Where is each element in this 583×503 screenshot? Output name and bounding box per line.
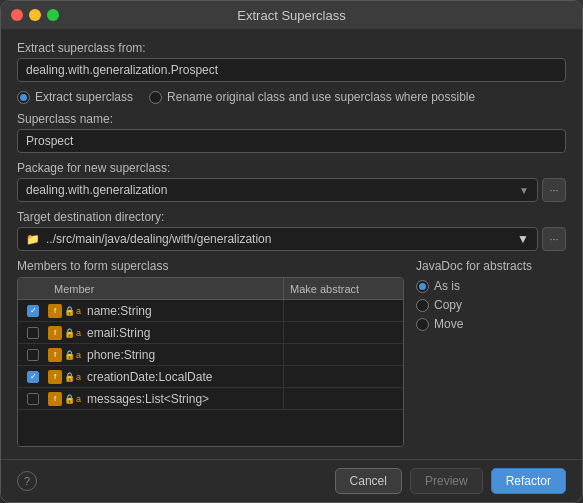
maximize-button[interactable] bbox=[47, 9, 59, 21]
dir-value: ../src/main/java/dealing/with/generaliza… bbox=[46, 232, 271, 246]
javadoc-copy-circle bbox=[416, 299, 429, 312]
extract-from-label: Extract superclass from: bbox=[17, 41, 566, 55]
access-icon: a bbox=[76, 372, 81, 382]
javadoc-asis[interactable]: As is bbox=[416, 279, 566, 293]
field-icon: f bbox=[48, 392, 62, 406]
access-icon: a bbox=[76, 350, 81, 360]
row1-icons: f 🔒 a bbox=[48, 304, 81, 318]
dialog-content: Extract superclass from: Extract supercl… bbox=[1, 29, 582, 459]
package-label: Package for new superclass: bbox=[17, 161, 566, 175]
field-icon: f bbox=[48, 326, 62, 340]
minimize-button[interactable] bbox=[29, 9, 41, 21]
radio-extract-circle bbox=[17, 91, 30, 104]
footer-left: ? bbox=[17, 471, 37, 491]
javadoc-title: JavaDoc for abstracts bbox=[416, 259, 566, 273]
table-header: Member Make abstract bbox=[18, 278, 403, 300]
javadoc-move[interactable]: Move bbox=[416, 317, 566, 331]
dialog-footer: ? Cancel Preview Refactor bbox=[1, 459, 582, 502]
members-label: Members to form superclass bbox=[17, 259, 404, 273]
radio-rename[interactable]: Rename original class and use superclass… bbox=[149, 90, 475, 104]
javadoc-copy[interactable]: Copy bbox=[416, 298, 566, 312]
table-row: f 🔒 a name:String bbox=[18, 300, 403, 322]
member-name: name:String bbox=[85, 304, 283, 318]
extract-from-section: Extract superclass from: bbox=[17, 41, 566, 82]
package-row: dealing.with.generalization ▼ ··· bbox=[17, 178, 566, 202]
close-button[interactable] bbox=[11, 9, 23, 21]
row2-check[interactable] bbox=[18, 327, 48, 339]
field-icon: f bbox=[48, 370, 62, 384]
row1-abstract[interactable] bbox=[283, 300, 403, 321]
folder-icon: 📁 bbox=[26, 233, 40, 246]
lock-icon: 🔒 bbox=[64, 306, 74, 316]
row3-check[interactable] bbox=[18, 349, 48, 361]
member-name: messages:List<String> bbox=[85, 392, 283, 406]
member-name: creationDate:LocalDate bbox=[85, 370, 283, 384]
package-browse-button[interactable]: ··· bbox=[542, 178, 566, 202]
dialog-title: Extract Superclass bbox=[237, 8, 345, 23]
cancel-button[interactable]: Cancel bbox=[335, 468, 402, 494]
superclass-name-label: Superclass name: bbox=[17, 112, 566, 126]
row2-checkbox[interactable] bbox=[27, 327, 39, 339]
row4-checkbox[interactable] bbox=[27, 371, 39, 383]
table-row: f 🔒 a email:String bbox=[18, 322, 403, 344]
member-name: phone:String bbox=[85, 348, 283, 362]
access-icon: a bbox=[76, 306, 81, 316]
row1-checkbox[interactable] bbox=[27, 305, 39, 317]
member-col-header: Member bbox=[48, 278, 283, 299]
javadoc-move-label: Move bbox=[434, 317, 463, 331]
abstract-col-header: Make abstract bbox=[283, 278, 403, 299]
extract-from-input[interactable] bbox=[17, 58, 566, 82]
dir-select[interactable]: 📁 ../src/main/java/dealing/with/generali… bbox=[17, 227, 538, 251]
row1-check[interactable] bbox=[18, 305, 48, 317]
javadoc-panel: JavaDoc for abstracts As is Copy Move bbox=[416, 259, 566, 447]
check-col-header bbox=[18, 278, 48, 299]
row5-icons: f 🔒 a bbox=[48, 392, 81, 406]
row3-icons: f 🔒 a bbox=[48, 348, 81, 362]
dir-browse-button[interactable]: ··· bbox=[542, 227, 566, 251]
javadoc-asis-circle bbox=[416, 280, 429, 293]
members-body: f 🔒 a name:String bbox=[18, 300, 403, 446]
lock-icon: 🔒 bbox=[64, 394, 74, 404]
refactor-button[interactable]: Refactor bbox=[491, 468, 566, 494]
row5-checkbox[interactable] bbox=[27, 393, 39, 405]
lock-icon: 🔒 bbox=[64, 372, 74, 382]
row2-icons: f 🔒 a bbox=[48, 326, 81, 340]
row4-check[interactable] bbox=[18, 371, 48, 383]
row5-check[interactable] bbox=[18, 393, 48, 405]
field-icon: f bbox=[48, 304, 62, 318]
javadoc-options: As is Copy Move bbox=[416, 279, 566, 331]
radio-extract[interactable]: Extract superclass bbox=[17, 90, 133, 104]
window-controls bbox=[11, 9, 59, 21]
package-value: dealing.with.generalization bbox=[26, 183, 167, 197]
footer-right: Cancel Preview Refactor bbox=[335, 468, 566, 494]
row2-abstract[interactable] bbox=[283, 322, 403, 343]
package-select[interactable]: dealing.with.generalization ▼ bbox=[17, 178, 538, 202]
extract-superclass-dialog: Extract Superclass Extract superclass fr… bbox=[0, 0, 583, 503]
field-icon: f bbox=[48, 348, 62, 362]
help-button[interactable]: ? bbox=[17, 471, 37, 491]
row4-icons: f 🔒 a bbox=[48, 370, 81, 384]
access-icon: a bbox=[76, 328, 81, 338]
row5-abstract[interactable] bbox=[283, 388, 403, 409]
row4-abstract[interactable] bbox=[283, 366, 403, 387]
table-row: f 🔒 a creationDate:LocalDate bbox=[18, 366, 403, 388]
package-section: Package for new superclass: dealing.with… bbox=[17, 161, 566, 202]
table-row: f 🔒 a messages:List<String> bbox=[18, 388, 403, 410]
row3-checkbox[interactable] bbox=[27, 349, 39, 361]
dir-row: 📁 ../src/main/java/dealing/with/generali… bbox=[17, 227, 566, 251]
radio-extract-label: Extract superclass bbox=[35, 90, 133, 104]
superclass-name-input[interactable] bbox=[17, 129, 566, 153]
javadoc-move-circle bbox=[416, 318, 429, 331]
target-dir-section: Target destination directory: 📁 ../src/m… bbox=[17, 210, 566, 251]
member-name: email:String bbox=[85, 326, 283, 340]
members-section: Members to form superclass Member Make a… bbox=[17, 259, 566, 447]
access-icon: a bbox=[76, 394, 81, 404]
radio-rename-circle bbox=[149, 91, 162, 104]
target-dir-label: Target destination directory: bbox=[17, 210, 566, 224]
preview-button[interactable]: Preview bbox=[410, 468, 483, 494]
row3-abstract[interactable] bbox=[283, 344, 403, 365]
table-row: f 🔒 a phone:String bbox=[18, 344, 403, 366]
javadoc-asis-label: As is bbox=[434, 279, 460, 293]
radio-rename-label: Rename original class and use superclass… bbox=[167, 90, 475, 104]
lock-icon: 🔒 bbox=[64, 350, 74, 360]
